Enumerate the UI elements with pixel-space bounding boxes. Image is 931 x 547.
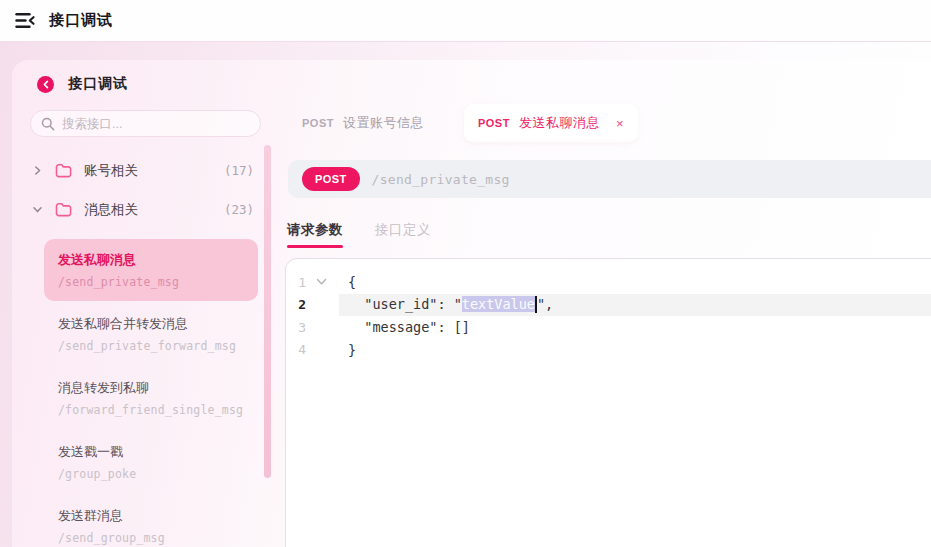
code-text: "user_id": "textValue", [336,296,553,314]
collapse-menu-icon[interactable] [15,12,36,29]
tree-group-label: 消息相关 [84,201,224,219]
api-item-send-private-msg[interactable]: 发送私聊消息 /send_private_msg [44,239,258,301]
fold-chevron-down-icon[interactable] [306,278,336,286]
request-path: /send_private_msg [372,172,510,187]
api-list: 发送私聊消息 /send_private_msg 发送私聊合并转发消息 /sen… [44,239,258,547]
tab-send-private-msg[interactable]: POST 发送私聊消息 × [464,104,638,142]
tree-group-account[interactable]: 账号相关 (17) [12,151,281,190]
tab-label: 发送私聊消息 [519,114,600,132]
chevron-right-icon [32,165,45,176]
api-item-title: 发送戳一戳 [58,443,244,461]
line-number: 1 [286,275,306,290]
api-item-title: 发送群消息 [58,507,244,525]
code-line-1[interactable]: 1 { [286,271,931,294]
api-item-path: /group_poke [58,467,244,481]
active-subtab-underline [287,245,343,248]
subtab-label: 接口定义 [375,221,431,239]
api-item-title: 发送私聊消息 [58,251,244,269]
line-number: 3 [286,320,306,335]
chevron-down-icon [32,204,45,215]
sidebar-title: 接口调试 [68,75,128,93]
tree-group-message[interactable]: 消息相关 (23) [12,190,281,229]
main-area: POST 设置账号信息 POST 发送私聊消息 × POST /send_pri… [283,60,931,547]
text-cursor [535,296,537,313]
api-item-group-poke[interactable]: 发送戳一戳 /group_poke [44,431,258,493]
subtab-underline [375,245,431,248]
tab-label: 设置账号信息 [343,114,424,132]
tree-group-count: (17) [224,163,254,178]
tab-method: POST [478,117,510,129]
line-number: 4 [286,342,306,357]
api-tree: 账号相关 (17) 消息相关 (23) [12,151,281,229]
code-text: { [336,274,356,290]
code-suffix: ", [537,296,553,312]
folder-icon [55,163,72,178]
api-item-title: 发送私聊合并转发消息 [58,315,244,333]
selected-text: textValue [462,296,535,312]
line-number: 2 [286,297,306,312]
top-bar: 接口调试 [0,0,931,42]
folder-icon [55,202,72,217]
subtab-label: 请求参数 [287,221,343,239]
code-text: } [336,342,356,358]
search-input[interactable] [62,117,250,131]
api-item-title: 消息转发到私聊 [58,379,244,397]
panel-subtabs: 请求参数 接口定义 [287,221,431,248]
sidebar: 接口调试 [12,60,281,547]
code-line-4[interactable]: 4 } [286,339,931,362]
sidebar-header: 接口调试 [12,60,281,93]
code-line-3[interactable]: 3 "message": [] [286,316,931,339]
method-badge: POST [302,167,360,191]
api-item-path: /forward_friend_single_msg [58,403,244,417]
search-box[interactable] [30,110,261,137]
back-button[interactable] [37,76,54,93]
json-editor[interactable]: 1 { 2 "user_id": "textValue", 3 [285,258,931,547]
tab-set-account-info[interactable]: POST 设置账号信息 [288,104,438,142]
tab-method: POST [302,117,334,129]
tree-group-count: (23) [224,202,254,217]
api-item-path: /send_private_msg [58,275,244,289]
code-prefix: "user_id": " [348,296,462,312]
api-item-send-group-msg[interactable]: 发送群消息 /send_group_msg [44,495,258,547]
api-item-send-private-forward-msg[interactable]: 发送私聊合并转发消息 /send_private_forward_msg [44,303,258,365]
app-window: 接口调试 接口调试 [0,0,931,547]
request-url-bar: POST /send_private_msg [288,160,931,198]
code-line-2[interactable]: 2 "user_id": "textValue", [286,294,931,317]
chevron-left-icon [42,80,50,89]
tree-group-label: 账号相关 [84,162,224,180]
code-text: "message": [] [336,319,470,335]
api-item-path: /send_group_msg [58,531,244,545]
app-title: 接口调试 [49,11,113,30]
search-icon [41,117,55,131]
close-tab-icon[interactable]: × [616,117,624,130]
sidebar-scrollbar[interactable] [264,145,271,478]
content-panel: 接口调试 [12,60,931,547]
request-tabs: POST 设置账号信息 POST 发送私聊消息 × [288,104,638,142]
api-item-path: /send_private_forward_msg [58,339,244,353]
api-item-forward-friend-single-msg[interactable]: 消息转发到私聊 /forward_friend_single_msg [44,367,258,429]
subtab-request-params[interactable]: 请求参数 [287,221,343,248]
subtab-api-definition[interactable]: 接口定义 [375,221,431,248]
